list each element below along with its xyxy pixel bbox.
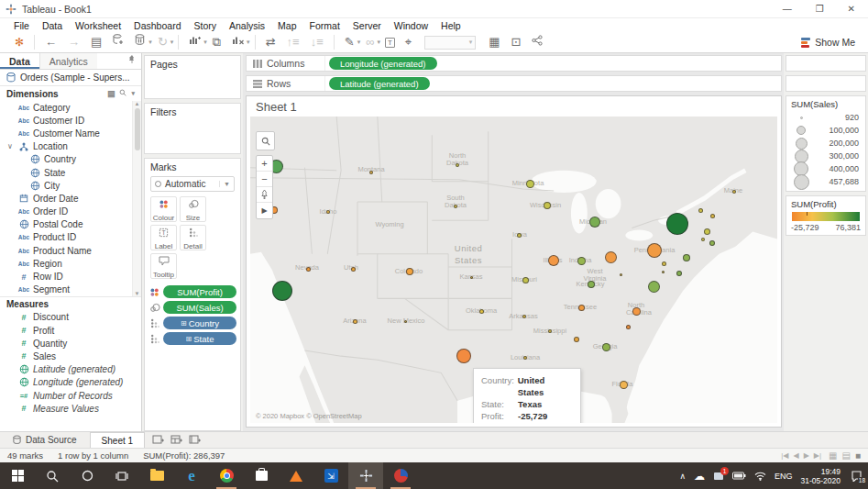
detail-button[interactable]: Detail bbox=[180, 225, 206, 250]
fields-menu-caret-icon[interactable]: ▾ bbox=[131, 90, 135, 97]
new-story-button[interactable] bbox=[187, 434, 202, 446]
map-mark-colorado[interactable] bbox=[406, 268, 413, 275]
map-mark-vermont[interactable] bbox=[698, 208, 703, 213]
sort-ascending-button[interactable]: ↑≡ bbox=[281, 33, 305, 51]
field-quantity[interactable]: #Quantity bbox=[0, 337, 141, 350]
map-mark-north-dakota[interactable] bbox=[456, 163, 459, 167]
minimize-button[interactable]: — bbox=[783, 4, 792, 14]
map-mark-south-carolina[interactable] bbox=[626, 325, 631, 329]
scroll-thumb[interactable] bbox=[135, 108, 140, 150]
tab-analytics[interactable]: Analytics bbox=[39, 53, 97, 69]
map-mark-mississippi[interactable] bbox=[548, 329, 552, 333]
field-number-of-records[interactable]: =#Number of Records bbox=[0, 389, 141, 402]
pill-longitude[interactable]: Longitude (generated) bbox=[329, 57, 437, 70]
map-mark-south-dakota[interactable] bbox=[454, 205, 457, 208]
size-legend-entry[interactable]: 100,000 bbox=[791, 124, 861, 137]
map-mark-tennessee[interactable] bbox=[578, 305, 585, 311]
map-mark-iowa[interactable] bbox=[517, 233, 522, 238]
columns-shelf[interactable]: Columns Longitude (generated) bbox=[246, 55, 782, 72]
size-legend-entry[interactable]: 920 bbox=[791, 111, 861, 124]
menu-item[interactable]: Window bbox=[388, 20, 434, 31]
field-profit[interactable]: #Profit bbox=[0, 324, 141, 337]
tableau-logo-button[interactable]: ✻ bbox=[9, 33, 29, 51]
field-product-id[interactable]: AbcProduct ID bbox=[0, 231, 132, 244]
zoom-in-button[interactable]: + bbox=[257, 156, 272, 172]
map-mark-wisconsin[interactable] bbox=[544, 202, 551, 209]
forward-button[interactable]: → bbox=[62, 33, 85, 51]
map-mark-louisiana[interactable] bbox=[523, 356, 527, 360]
file-explorer-button[interactable] bbox=[139, 462, 174, 489]
tab-data[interactable]: Data bbox=[0, 53, 39, 69]
filters-shelf[interactable]: Filters bbox=[144, 103, 241, 154]
scroll-down-icon[interactable]: ▼ bbox=[135, 291, 140, 296]
search-fields-icon[interactable] bbox=[119, 89, 126, 98]
datasource-item[interactable]: Orders (Sample - Supers... bbox=[0, 70, 141, 86]
map-mark-alabama[interactable] bbox=[574, 337, 579, 342]
rows-shelf[interactable]: Rows Latitude (generated) bbox=[246, 75, 782, 92]
sort-descending-button[interactable]: ↓≡ bbox=[305, 33, 329, 51]
menu-item[interactable]: Map bbox=[271, 20, 302, 31]
map-mark-nevada[interactable] bbox=[306, 267, 311, 272]
datasource-tab[interactable]: Data Source bbox=[0, 432, 90, 448]
map-mark-ohio[interactable] bbox=[605, 251, 617, 263]
menu-item[interactable]: Dashboard bbox=[127, 20, 187, 31]
cortana-button[interactable] bbox=[70, 462, 104, 489]
sheet-title[interactable]: Sheet 1 bbox=[256, 100, 297, 114]
menu-item[interactable]: Data bbox=[36, 20, 69, 31]
map-mark-utah[interactable] bbox=[351, 267, 356, 272]
taskbar-search[interactable] bbox=[35, 462, 70, 489]
map-mark-virginia[interactable] bbox=[648, 281, 660, 293]
view-toggle-controls[interactable]: ▦▤■ bbox=[829, 450, 861, 461]
menu-item[interactable]: Help bbox=[434, 20, 467, 31]
map-mark-illinois[interactable] bbox=[548, 255, 559, 266]
new-worksheet-button[interactable] bbox=[150, 434, 165, 446]
field-customer-id[interactable]: AbcCustomer ID bbox=[0, 114, 132, 127]
size-button[interactable]: Size bbox=[180, 196, 206, 222]
map-mark-north-carolina[interactable] bbox=[632, 307, 641, 316]
map-mark-missouri[interactable] bbox=[522, 277, 529, 283]
field-row-id[interactable]: #Row ID bbox=[0, 270, 132, 283]
map-mark-west-virginia[interactable] bbox=[620, 273, 622, 276]
map-mark-indiana[interactable] bbox=[577, 257, 586, 265]
new-worksheet-button[interactable]: ▾ bbox=[183, 33, 207, 51]
field-product-name[interactable]: AbcProduct Name bbox=[0, 244, 132, 257]
size-legend-entry[interactable]: 200,000 bbox=[791, 137, 861, 150]
map-mark-michigan[interactable] bbox=[589, 217, 600, 228]
map-mark-delaware[interactable] bbox=[676, 271, 682, 276]
field-order-id[interactable]: AbcOrder ID bbox=[0, 206, 132, 218]
pill-latitude[interactable]: Latitude (generated) bbox=[329, 77, 430, 90]
capture-tool-button[interactable]: ⇲ bbox=[313, 462, 348, 489]
add-datasource-button[interactable] bbox=[107, 33, 129, 51]
field-longitude-generated-[interactable]: Longitude (generated) bbox=[0, 376, 141, 389]
menu-item[interactable]: Worksheet bbox=[69, 20, 127, 31]
profit-color-legend[interactable]: SUM(Profit) -25,729 76,381 bbox=[786, 195, 866, 236]
map-mark-new-york[interactable] bbox=[666, 213, 688, 235]
swap-axes-button[interactable]: ⇄ bbox=[260, 33, 281, 51]
field-country[interactable]: Country bbox=[0, 153, 132, 166]
map-mark-pennsylvania[interactable] bbox=[647, 243, 662, 258]
map-mark-minnesota[interactable] bbox=[526, 180, 534, 188]
map-mark-texas[interactable] bbox=[456, 349, 471, 363]
action-center-icon[interactable]: 18 bbox=[851, 471, 863, 482]
map-mark-new-hampshire[interactable] bbox=[710, 214, 715, 218]
store-button[interactable] bbox=[244, 462, 279, 489]
pages-shelf[interactable]: Pages bbox=[144, 55, 241, 99]
label-button[interactable]: TLabel bbox=[150, 225, 177, 250]
onedrive-icon[interactable]: ☁ bbox=[694, 470, 705, 483]
pill-country[interactable]: ⊞Country bbox=[163, 317, 236, 329]
map-mark-new-mexico[interactable] bbox=[404, 320, 407, 323]
edge-button[interactable]: e bbox=[174, 462, 209, 489]
map-mark-arizona[interactable] bbox=[353, 319, 357, 324]
map-mark-new-jersey[interactable] bbox=[683, 254, 690, 261]
task-view-button[interactable] bbox=[104, 462, 139, 489]
refresh-button[interactable]: ↻▾ bbox=[152, 33, 173, 51]
recorder-button[interactable] bbox=[383, 462, 418, 489]
show-mark-labels-button[interactable]: T bbox=[380, 38, 400, 48]
map-viewport[interactable]: MontanaNorthDakotaMinnesotaSouthDakotaWi… bbox=[250, 117, 777, 423]
map-mark-georgia[interactable] bbox=[602, 343, 610, 351]
map-mark-idaho[interactable] bbox=[326, 210, 330, 214]
map-mark-massachusetts[interactable] bbox=[704, 228, 710, 235]
menu-item[interactable]: Format bbox=[303, 20, 346, 31]
map-mark-kentucky[interactable] bbox=[588, 281, 595, 288]
map-pin-button[interactable] bbox=[257, 187, 272, 203]
